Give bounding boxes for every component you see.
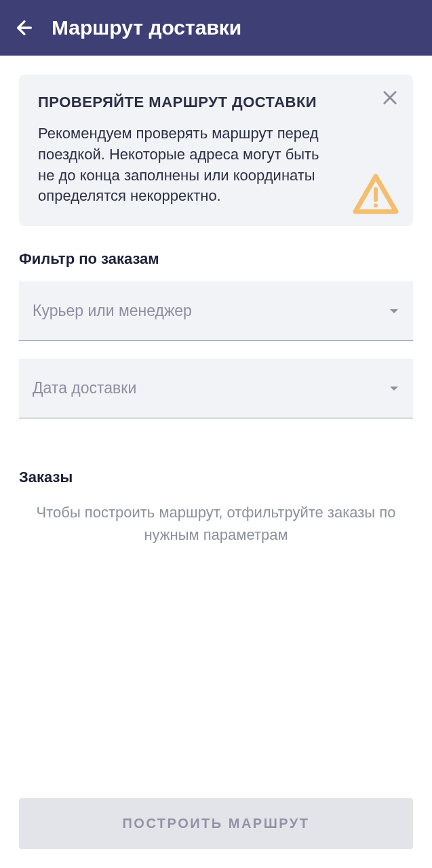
courier-dropdown-label: Курьер или менеджер — [33, 302, 192, 320]
orders-empty-text: Чтобы построить маршрут, отфильтруйте за… — [19, 501, 413, 546]
app-header: Маршрут доставки — [0, 0, 432, 56]
info-card-title: ПРОВЕРЯЙТЕ МАРШРУТ ДОСТАВКИ — [38, 94, 394, 111]
warning-icon — [352, 173, 399, 215]
orders-section: Заказы Чтобы построить маршрут, отфильтр… — [19, 469, 413, 546]
content-area: ПРОВЕРЯЙТЕ МАРШРУТ ДОСТАВКИ Рекомендуем … — [0, 56, 432, 798]
close-button[interactable] — [380, 88, 399, 107]
info-card: ПРОВЕРЯЙТЕ МАРШРУТ ДОСТАВКИ Рекомендуем … — [19, 75, 413, 226]
info-card-text: Рекомендуем проверять маршрут перед поез… — [38, 123, 394, 207]
build-route-button[interactable]: ПОСТРОИТЬ МАРШРУТ — [19, 798, 413, 849]
footer: ПОСТРОИТЬ МАРШРУТ — [0, 798, 432, 868]
chevron-down-icon — [389, 383, 399, 394]
svg-point-4 — [374, 203, 378, 208]
back-button[interactable] — [14, 17, 35, 39]
orders-label: Заказы — [19, 469, 413, 486]
courier-dropdown[interactable]: Курьер или менеджер — [19, 281, 413, 341]
close-icon — [380, 88, 399, 107]
date-dropdown-label: Дата доставки — [33, 379, 136, 397]
filter-label: Фильтр по заказам — [19, 250, 413, 268]
page-title: Маршрут доставки — [52, 16, 241, 39]
date-dropdown[interactable]: Дата доставки — [19, 359, 413, 418]
arrow-left-icon — [14, 17, 35, 39]
chevron-down-icon — [389, 306, 399, 317]
